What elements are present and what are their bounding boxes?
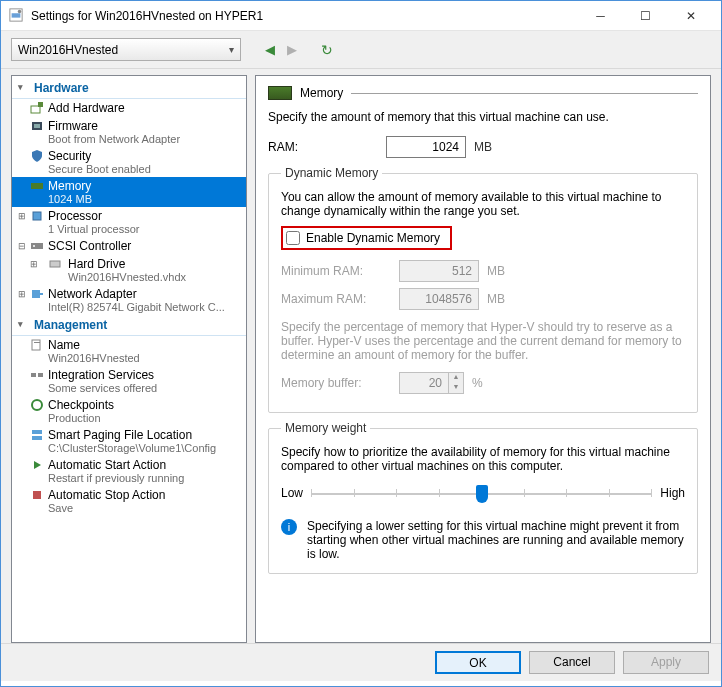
cancel-button[interactable]: Cancel (529, 651, 615, 674)
svg-point-18 (32, 400, 42, 410)
svg-rect-12 (32, 290, 40, 298)
paging-icon (30, 428, 44, 442)
tree-item-sublabel: Win2016HVnested (48, 352, 242, 364)
tree-item-sublabel: Secure Boot enabled (48, 163, 242, 175)
max-ram-unit: MB (487, 292, 505, 306)
tree-item-firmware[interactable]: Firmware Boot from Network Adapter (12, 117, 246, 147)
hard-drive-icon (48, 257, 62, 271)
close-button[interactable]: ✕ (668, 1, 713, 31)
tree-item-integration-services[interactable]: Integration Services Some services offer… (12, 366, 246, 396)
memory-weight-info: Specifying a lower setting for this virt… (307, 519, 685, 561)
tree-item-sublabel: Save (48, 502, 242, 514)
tree-item-label: Security (48, 149, 91, 163)
expand-icon[interactable]: ⊞ (18, 289, 26, 299)
apply-button[interactable]: Apply (623, 651, 709, 674)
svg-point-2 (18, 9, 22, 13)
tree-item-label: Hard Drive (68, 257, 125, 271)
tree-item-security[interactable]: Security Secure Boot enabled (12, 147, 246, 177)
ram-label: RAM: (268, 140, 378, 154)
tree-item-hard-drive[interactable]: ⊞ Hard Drive Win2016HVnested.vhdx (12, 255, 246, 285)
svg-rect-19 (32, 430, 42, 434)
tree-item-add-hardware[interactable]: Add Hardware (12, 99, 246, 117)
info-icon: i (281, 519, 297, 535)
svg-rect-11 (50, 261, 60, 267)
enable-dynamic-memory-highlight: Enable Dynamic Memory (281, 226, 452, 250)
content-panel: Memory Specify the amount of memory that… (255, 75, 711, 643)
toolbar: Win2016HVnested ▾ ◀ ▶ ↻ (1, 31, 721, 69)
titlebar: Settings for Win2016HVnested on HYPER1 ─… (1, 1, 721, 31)
buffer-spinner: ▲▼ (449, 372, 464, 394)
tree-item-label: Add Hardware (48, 101, 125, 115)
tree-item-sublabel: Intel(R) 82574L Gigabit Network C... (48, 301, 242, 313)
tree-item-auto-stop[interactable]: Automatic Stop Action Save (12, 486, 246, 516)
tree-item-checkpoints[interactable]: Checkpoints Production (12, 396, 246, 426)
memory-icon (268, 86, 292, 100)
vm-selector[interactable]: Win2016HVnested ▾ (11, 38, 241, 61)
checkpoint-icon (30, 398, 44, 412)
tree-item-label: Automatic Start Action (48, 458, 166, 472)
tree-item-label: Network Adapter (48, 287, 137, 301)
svg-rect-3 (31, 106, 40, 113)
management-section-header[interactable]: ▾ Management (12, 315, 246, 336)
tree-item-memory[interactable]: Memory 1024 MB (12, 177, 246, 207)
svg-rect-9 (31, 243, 43, 249)
svg-rect-7 (31, 183, 43, 189)
vm-selector-value: Win2016HVnested (18, 43, 118, 57)
processor-icon (30, 209, 44, 223)
tree-item-sublabel: Restart if previously running (48, 472, 242, 484)
expand-icon[interactable]: ⊞ (18, 211, 26, 221)
min-ram-unit: MB (487, 264, 505, 278)
nav-forward-button[interactable]: ▶ (287, 42, 297, 57)
tree-item-sublabel: Some services offered (48, 382, 242, 394)
scsi-icon (30, 239, 44, 253)
weight-low-label: Low (281, 486, 303, 500)
ram-unit: MB (474, 140, 492, 154)
ok-button[interactable]: OK (435, 651, 521, 674)
firmware-icon (30, 119, 44, 133)
max-ram-input (399, 288, 479, 310)
tree-item-label: Integration Services (48, 368, 154, 382)
chevron-down-icon: ▾ (229, 44, 234, 55)
enable-dynamic-memory-checkbox[interactable] (286, 231, 300, 245)
svg-rect-20 (32, 436, 42, 440)
tree-item-auto-start[interactable]: Automatic Start Action Restart if previo… (12, 456, 246, 486)
memory-weight-group: Memory weight Specify how to prioritize … (268, 421, 698, 574)
expand-icon[interactable]: ⊞ (30, 259, 38, 269)
svg-point-10 (33, 245, 35, 247)
memory-weight-legend: Memory weight (281, 421, 370, 435)
stop-action-icon (30, 488, 44, 502)
memory-weight-slider[interactable] (311, 481, 652, 505)
dialog-footer: OK Cancel Apply (1, 643, 721, 681)
tree-item-smart-paging[interactable]: Smart Paging File Location C:\ClusterSto… (12, 426, 246, 456)
minimize-button[interactable]: ─ (578, 1, 623, 31)
tree-item-label: Processor (48, 209, 102, 223)
max-ram-label: Maximum RAM: (281, 292, 391, 306)
tree-item-label: Firmware (48, 119, 98, 133)
buffer-label: Memory buffer: (281, 376, 391, 390)
dynamic-memory-desc: You can allow the amount of memory avail… (281, 190, 685, 218)
svg-rect-14 (32, 340, 40, 350)
tree-item-processor[interactable]: ⊞ Processor 1 Virtual processor (12, 207, 246, 237)
svg-rect-13 (40, 293, 43, 295)
ram-input[interactable] (386, 136, 466, 158)
collapse-icon[interactable]: ⊟ (18, 241, 26, 251)
tree-item-label: Name (48, 338, 80, 352)
refresh-button[interactable]: ↻ (321, 42, 333, 58)
settings-tree[interactable]: ▾ Hardware Add Hardware Firmware Boot fr… (11, 75, 247, 643)
tree-item-sublabel: Win2016HVnested.vhdx (68, 271, 242, 283)
integration-icon (30, 368, 44, 382)
tree-item-network-adapter[interactable]: ⊞ Network Adapter Intel(R) 82574L Gigabi… (12, 285, 246, 315)
slider-thumb[interactable] (476, 485, 488, 503)
window-title: Settings for Win2016HVnested on HYPER1 (31, 9, 578, 23)
dynamic-memory-group: Dynamic Memory You can allow the amount … (268, 166, 698, 413)
tree-item-name[interactable]: Name Win2016HVnested (12, 336, 246, 366)
collapse-icon: ▾ (18, 82, 28, 92)
tree-item-label: Smart Paging File Location (48, 428, 192, 442)
hardware-section-header[interactable]: ▾ Hardware (12, 78, 246, 99)
intro-text: Specify the amount of memory that this v… (268, 110, 698, 124)
app-icon (9, 8, 25, 24)
maximize-button[interactable]: ☐ (623, 1, 668, 31)
tree-item-scsi[interactable]: ⊟ SCSI Controller (12, 237, 246, 255)
start-action-icon (30, 458, 44, 472)
nav-back-button[interactable]: ◀ (265, 42, 275, 57)
